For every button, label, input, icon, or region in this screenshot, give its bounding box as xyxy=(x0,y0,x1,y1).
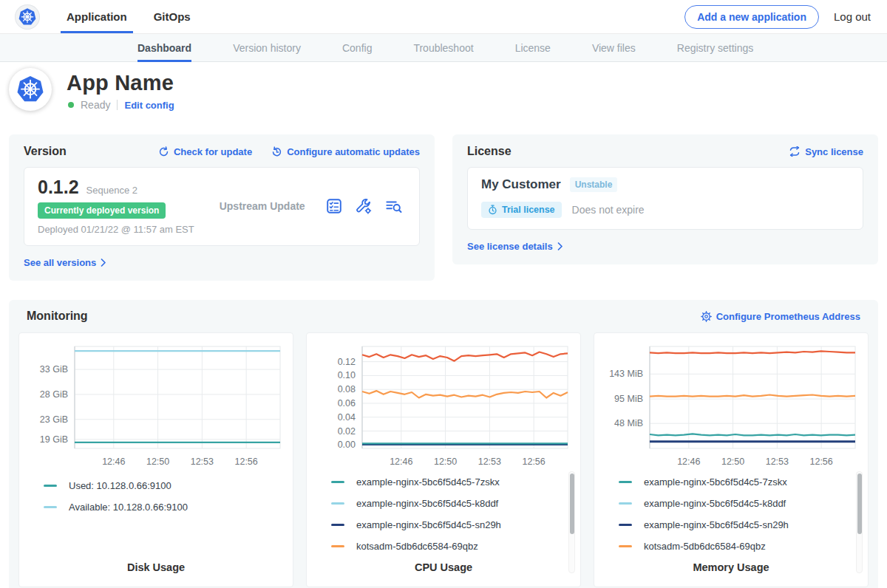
memory-usage-chart-title: Memory Usage xyxy=(602,557,860,579)
svg-text:12:50: 12:50 xyxy=(434,457,457,465)
legend-color-dash xyxy=(331,502,344,505)
svg-text:12:53: 12:53 xyxy=(766,457,789,465)
legend-scrollbar[interactable] xyxy=(568,471,575,573)
svg-text:12:53: 12:53 xyxy=(191,457,214,467)
svg-text:23 GiB: 23 GiB xyxy=(40,414,68,425)
svg-text:19 GiB: 19 GiB xyxy=(40,434,68,445)
version-sequence: Sequence 2 xyxy=(86,185,137,196)
app-header: App Name Ready Edit config xyxy=(0,62,887,131)
svg-text:12:56: 12:56 xyxy=(234,457,257,467)
legend-label: example-nginx-5bc6f5d4c5-sn29h xyxy=(356,519,501,530)
legend-scrollbar-thumb[interactable] xyxy=(857,474,862,534)
log-out-button[interactable]: Log out xyxy=(834,10,871,23)
chevron-right-icon xyxy=(557,242,563,250)
disk-usage-chart-card: 19 GiB23 GiB28 GiB33 GiB12:4612:5012:531… xyxy=(18,332,293,587)
license-card: License Sync license My Customer Unstabl… xyxy=(452,134,878,264)
version-source-label: Upstream Update xyxy=(194,200,326,212)
subtab-version-history[interactable]: Version history xyxy=(233,34,301,61)
view-files-diff-icon[interactable] xyxy=(385,198,403,214)
tab-gitops[interactable]: GitOps xyxy=(152,0,192,33)
memory-usage-chart: 48 MiB95 MiB143 MiB12:4612:5012:5312:56 xyxy=(602,341,860,465)
disk-usage-chart-title: Disk Usage xyxy=(27,557,285,579)
legend-label: example-nginx-5bc6f5d4c5-7zskx xyxy=(644,476,787,488)
app-logo xyxy=(9,68,52,111)
legend-color-dash xyxy=(331,545,344,547)
see-license-details-link[interactable]: See license details xyxy=(467,241,563,252)
chevron-right-icon xyxy=(101,259,106,267)
legend-item: kotsadm-5db6dc6584-69qbz xyxy=(619,536,860,557)
legend-color-dash xyxy=(619,524,632,526)
add-new-application-button[interactable]: Add a new application xyxy=(684,5,819,29)
legend-label: example-nginx-5bc6f5d4c5-sn29h xyxy=(644,519,789,530)
edit-config-wrench-icon[interactable] xyxy=(356,198,372,214)
legend-label: example-nginx-5bc6f5d4c5-k8ddf xyxy=(356,498,498,509)
preflight-checklist-icon[interactable] xyxy=(326,198,342,214)
legend-item: example-nginx-5bc6f5d4c5-sn29h xyxy=(331,514,572,536)
kubernetes-logo-icon xyxy=(18,7,37,27)
configure-automatic-updates-label: Configure automatic updates xyxy=(287,146,420,157)
divider xyxy=(117,100,118,110)
svg-text:33 GiB: 33 GiB xyxy=(40,364,68,375)
edit-config-link[interactable]: Edit config xyxy=(124,100,174,111)
license-expiration: Does not expire xyxy=(572,204,645,216)
version-card: Version Check for update xyxy=(9,134,435,281)
legend-color-dash xyxy=(619,502,632,505)
legend-label: example-nginx-5bc6f5d4c5-7zskx xyxy=(356,476,500,488)
check-for-update-link[interactable]: Check for update xyxy=(158,146,252,157)
configure-automatic-updates-link[interactable]: Configure automatic updates xyxy=(271,146,420,157)
configure-prometheus-link[interactable]: Configure Prometheus Address xyxy=(701,311,860,322)
stopwatch-icon xyxy=(488,205,497,215)
legend-item: example-nginx-5bc6f5d4c5-7zskx xyxy=(331,471,572,493)
subtab-license[interactable]: License xyxy=(515,34,551,61)
legend-color-dash xyxy=(44,485,57,487)
see-all-versions-label: See all versions xyxy=(24,257,96,268)
deployed-timestamp: Deployed 01/21/22 @ 11:57 am EST xyxy=(38,224,194,235)
gear-icon xyxy=(701,311,712,322)
disk-usage-chart: 19 GiB23 GiB28 GiB33 GiB12:4612:5012:531… xyxy=(27,341,285,469)
license-card-title: License xyxy=(467,145,512,158)
legend-color-dash xyxy=(619,481,632,483)
legend-color-dash xyxy=(331,524,344,526)
cpu-usage-chart-card: 0.000.020.040.060.080.100.1212:4612:5012… xyxy=(306,332,581,587)
sync-license-link[interactable]: Sync license xyxy=(789,146,863,157)
legend-label: kotsadm-5db6dc6584-69qbz xyxy=(356,541,478,552)
version-number: 0.1.2 xyxy=(38,177,79,198)
sync-arrows-icon xyxy=(789,146,801,157)
kubernetes-logo[interactable] xyxy=(15,0,40,33)
svg-text:12:50: 12:50 xyxy=(146,457,169,467)
app-sub-nav: Dashboard Version history Config Trouble… xyxy=(0,34,887,62)
sync-license-label: Sync license xyxy=(805,146,863,157)
svg-text:0.06: 0.06 xyxy=(338,398,356,408)
legend-label: Available: 10.128.0.66:9100 xyxy=(69,502,188,513)
memory-usage-chart-card: 48 MiB95 MiB143 MiB12:4612:5012:5312:56 … xyxy=(594,332,869,587)
subtab-registry-settings[interactable]: Registry settings xyxy=(677,34,753,61)
svg-text:48 MiB: 48 MiB xyxy=(614,418,643,428)
svg-text:12:46: 12:46 xyxy=(102,457,125,467)
trial-license-label: Trial license xyxy=(502,205,555,215)
legend-item: Used: 10.128.0.66:9100 xyxy=(44,475,285,496)
legend-item: kotsadm-5db6dc6584-69qbz xyxy=(331,536,572,557)
tab-application-label: Application xyxy=(67,10,127,23)
legend-item: example-nginx-5bc6f5d4c5-k8ddf xyxy=(331,493,572,514)
app-kubernetes-icon xyxy=(16,75,45,104)
subtab-troubleshoot[interactable]: Troubleshoot xyxy=(413,34,473,61)
legend-scrollbar-thumb[interactable] xyxy=(570,474,574,534)
subtab-dashboard[interactable]: Dashboard xyxy=(137,34,191,61)
svg-text:12:53: 12:53 xyxy=(478,457,501,465)
svg-text:12:56: 12:56 xyxy=(809,457,832,465)
status-dot xyxy=(68,102,74,108)
legend-label: example-nginx-5bc6f5d4c5-k8ddf xyxy=(644,498,786,509)
legend-scrollbar[interactable] xyxy=(856,471,863,573)
subtab-view-files[interactable]: View files xyxy=(592,34,636,61)
monitoring-title: Monitoring xyxy=(27,310,88,323)
see-license-details-label: See license details xyxy=(467,241,553,252)
see-all-versions-link[interactable]: See all versions xyxy=(24,257,106,268)
legend-item: example-nginx-5bc6f5d4c5-k8ddf xyxy=(619,493,860,514)
subtab-config[interactable]: Config xyxy=(342,34,372,61)
top-nav: Application GitOps Add a new application… xyxy=(0,0,887,34)
tab-application[interactable]: Application xyxy=(65,0,129,33)
svg-text:28 GiB: 28 GiB xyxy=(40,389,68,400)
legend-color-dash xyxy=(619,545,632,547)
check-for-update-label: Check for update xyxy=(174,146,252,157)
monitoring-section: Monitoring Configure Prometheus Address xyxy=(9,300,878,588)
